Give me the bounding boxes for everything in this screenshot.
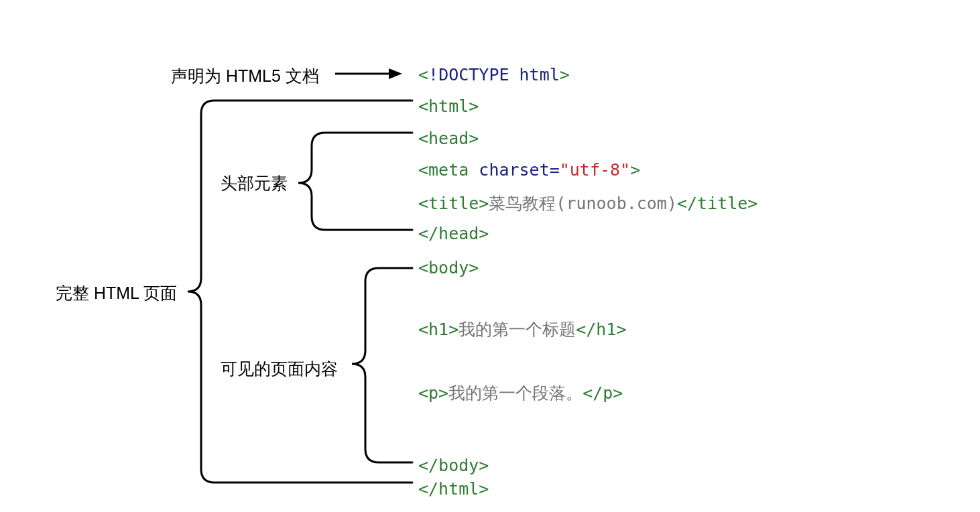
title-text: 菜鸟教程(runoob.com) — [489, 194, 677, 213]
code-html-open: <html> — [418, 97, 479, 116]
html-tag: <html> — [418, 97, 479, 116]
p-text: 我的第一个段落。 — [448, 383, 583, 403]
h1-open: <h1> — [418, 320, 458, 339]
meta-space — [469, 160, 479, 180]
body-tag: <body> — [418, 258, 479, 277]
code-p: <p>我的第一个段落。</p> — [418, 382, 623, 404]
label-doctype: 声明为 HTML5 文档 — [171, 65, 319, 87]
code-meta: <meta charset="utf-8"> — [418, 160, 640, 180]
code-head-close: </head> — [418, 224, 489, 243]
code-html-close: </html> — [418, 479, 489, 499]
p-open: <p> — [418, 383, 448, 403]
svg-marker-1 — [389, 68, 402, 79]
title-close: </title> — [677, 194, 757, 213]
code-body-open: <body> — [418, 258, 479, 277]
code-doctype: <!DOCTYPE html> — [418, 65, 570, 84]
label-full-page: 完整 HTML 页面 — [56, 282, 177, 304]
meta-name: meta — [428, 160, 469, 180]
h1-text: 我的第一个标题 — [458, 320, 576, 339]
bracket-close: > — [560, 65, 570, 84]
meta-close: > — [630, 160, 640, 180]
code-head-open: <head> — [418, 129, 479, 148]
meta-attr: charset — [479, 160, 549, 180]
doctype-text: DOCTYPE html — [438, 65, 560, 84]
head-close-tag: </head> — [418, 224, 489, 243]
html-close-tag: </html> — [418, 479, 489, 499]
bracket-body — [352, 265, 416, 469]
arrow-doctype — [332, 64, 406, 84]
bracket-head — [298, 129, 416, 237]
body-close-tag: </body> — [418, 456, 489, 475]
doctype-bang: ! — [428, 65, 438, 84]
code-h1: <h1>我的第一个标题</h1> — [418, 318, 626, 340]
meta-eq: = — [550, 160, 560, 180]
meta-val: "utf-8" — [560, 160, 630, 180]
p-close: </p> — [583, 383, 623, 403]
code-body-close: </body> — [418, 456, 489, 475]
h1-close: </h1> — [576, 320, 626, 339]
title-open: <title> — [418, 194, 489, 213]
head-tag: <head> — [418, 129, 479, 148]
bracket-open: < — [418, 65, 428, 84]
meta-open: < — [418, 160, 428, 180]
code-title: <title>菜鸟教程(runoob.com)</title> — [418, 192, 757, 214]
